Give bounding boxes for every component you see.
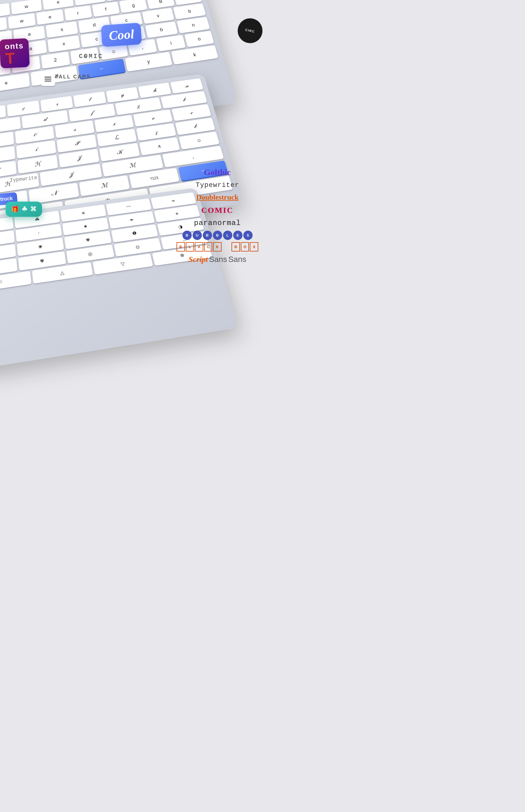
key-s[interactable]: s [46,21,78,38]
key-sc-e[interactable]: 𝑒 [7,100,40,117]
font-paranormal-text: paranormal [194,219,241,227]
bbox-b: B [177,242,185,252]
font-sans-label: Sans [228,255,246,264]
font-gothic-text: Golthic [204,167,231,177]
key-star-outline[interactable]: ☆ [0,271,31,293]
hamburger-menu[interactable] [41,72,55,86]
key-o2[interactable]: o [184,31,214,47]
bubble-e: E [233,231,242,240]
key-e2[interactable]: e [36,9,64,25]
key-2[interactable]: 2 [41,51,70,69]
key-w2[interactable]: w [8,13,35,29]
key-sc-n[interactable]: 𝓃 [170,78,203,94]
key-x[interactable]: x [48,35,80,52]
bubble-b: B [182,231,192,240]
font-bubbles-row[interactable]: B U B B L E S [177,231,258,240]
circ-label: CIRC [245,28,255,33]
bubble-u: U [193,231,202,240]
key-q[interactable]: q [0,17,7,33]
bubble-s: S [243,231,253,240]
hamburger-line-2 [45,79,51,79]
bbox-sp [223,242,231,252]
hamburger-line-3 [45,81,51,81]
fonts-badge[interactable]: onts T [0,38,30,68]
key-sc-t[interactable]: 𝓉 [73,91,106,107]
bubble-l: L [223,231,232,240]
font-script-sans-row[interactable]: Script Sans Sans [177,254,258,265]
circ-badge: CIRC [236,16,262,45]
bbox-b2: B [231,242,240,252]
keyboard-app: ≡ w e r f g ∩ q w e r f g B . p a s d c … [0,0,262,406]
bbox-c: C [204,242,213,252]
font-script-text: Script [188,255,208,264]
key-r2[interactable]: r [64,5,92,21]
key-v[interactable]: v [142,7,175,24]
teal-icon-3: ⌘ [30,206,36,213]
bubble-b2: B [203,231,212,240]
bbox-l: L [186,242,194,252]
key-n[interactable]: n [177,17,210,33]
key-sc-r[interactable]: 𝓇 [40,96,73,112]
mallcaps-label: MALL CAPS [54,74,91,80]
key-sc-h[interactable]: 𝒽 [138,82,171,98]
hamburger-line-1 [45,77,51,77]
font-sans-text: Sans [209,255,227,264]
cool-badge[interactable]: Cool [101,22,142,47]
bbox-k: K [213,242,222,252]
key-g2[interactable]: g [119,0,148,13]
cool-label: Cool [108,27,135,43]
comic-label: COMIC [79,53,103,60]
font-gothic-row[interactable]: Golthic [177,166,258,178]
key-b2[interactable]: b [173,3,206,19]
font-comic-row[interactable]: COMIC [177,205,258,216]
font-typewriter-text: Typewriter [196,181,239,189]
teal-badge[interactable]: 🎁 ☘ ⌘ [6,201,42,217]
font-paranormal-row[interactable]: paranormal [177,218,258,228]
bubble-b3: B [213,231,222,240]
bbox-x: X [250,242,258,252]
key-backspace-x[interactable]: ⊗ [0,73,30,93]
font-panel: Golthic Typewriter Doublestruck COMIC pa… [177,166,258,267]
font-blackbox-row[interactable]: B L A C K B O X [177,242,258,252]
teal-icon-2: ☘ [22,206,27,213]
teal-icon-1: 🎁 [11,206,19,213]
key-f2[interactable]: f [92,1,120,17]
bbox-a: A [195,242,203,252]
bbox-o: O [241,242,249,252]
key-i[interactable]: i [156,35,186,51]
key-b3[interactable]: b [145,21,178,38]
font-typewriter-row[interactable]: Typewriter [177,180,258,190]
key-sc-y[interactable]: 𝓎 [106,87,139,103]
font-doublestruck-row[interactable]: Doublestruck [177,192,258,202]
t-icon: T [5,51,25,66]
font-doublestruck-text: Doublestruck [196,193,239,201]
font-comic-text: COMIC [201,206,234,214]
